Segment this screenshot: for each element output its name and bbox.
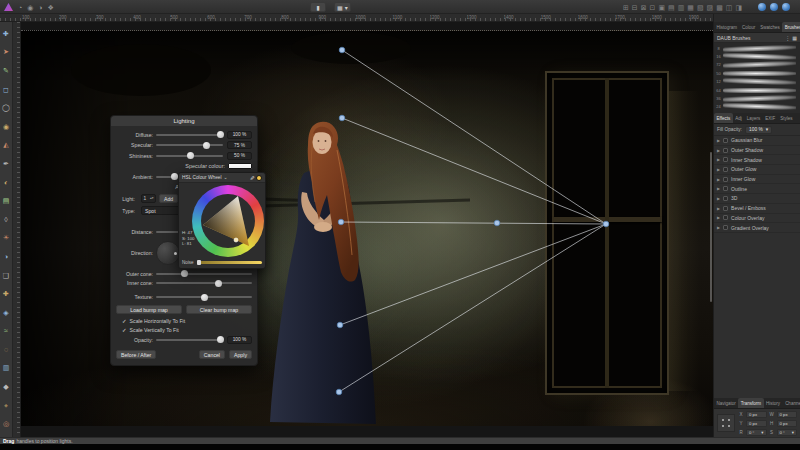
healing-tool[interactable]: ✚ <box>0 284 13 303</box>
blemish-tool[interactable]: ◈ <box>0 303 13 322</box>
cancel-button[interactable]: Cancel <box>199 350 225 359</box>
transform-field-input[interactable]: 0 px <box>746 420 767 427</box>
light-inner-cone-bottom-handle[interactable] <box>337 322 343 328</box>
fill-opacity-dropdown[interactable]: 100 % ▾ <box>745 126 772 134</box>
effect-row[interactable]: ▶ Outline <box>714 184 800 194</box>
scale-horizontally-label[interactable]: Scale Horizontally To Fit <box>130 318 186 324</box>
arrange-icon[interactable]: ▨ <box>707 4 714 11</box>
specular-slider[interactable] <box>156 144 223 146</box>
light-target-handle[interactable] <box>338 219 344 225</box>
app-toolbar-icon-2[interactable]: ◉ <box>27 4 33 11</box>
shininess-slider[interactable] <box>156 155 223 157</box>
effect-row[interactable]: ▶ Gaussian Blur <box>714 136 800 146</box>
tab-effects[interactable]: Effects <box>714 113 733 123</box>
check-icon[interactable]: ✓ <box>122 327 127 333</box>
brush-item[interactable]: 16 <box>714 52 800 60</box>
noise-slider[interactable] <box>197 261 262 264</box>
menu-dots-icon[interactable]: ⋮ <box>785 35 790 41</box>
colour-sphere-icon[interactable] <box>758 3 766 11</box>
apply-button[interactable]: Apply <box>229 350 252 359</box>
light-outer-cone-top-handle[interactable] <box>339 47 345 53</box>
anchor-point-selector[interactable] <box>717 414 735 432</box>
effect-checkbox[interactable] <box>723 186 728 191</box>
brush-grid-icon[interactable]: ▦ <box>792 35 797 41</box>
effect-row[interactable]: ▶ Bevel / Emboss <box>714 204 800 214</box>
smudge-tool[interactable]: ≈ <box>0 322 13 341</box>
shininess-value[interactable]: 50 % <box>227 152 252 160</box>
transform-field-input[interactable]: 0 ° ▾ <box>777 429 798 436</box>
crop-tool[interactable]: ◭ <box>0 136 13 155</box>
effect-row[interactable]: ▶ Gradient Overlay <box>714 223 800 233</box>
disclosure-icon[interactable]: ▶ <box>717 186 720 191</box>
effect-row[interactable]: ▶ Inner Glow <box>714 175 800 185</box>
diffuse-slider[interactable] <box>156 134 223 136</box>
burn-tool[interactable]: ◑ <box>0 247 13 266</box>
transform-field-input[interactable]: 0 px <box>777 420 798 427</box>
transform-field-input[interactable]: 0 px <box>746 411 767 418</box>
transform-field-input[interactable]: 0 ° ▾ <box>746 429 767 436</box>
view-tool[interactable]: ✚ <box>0 24 13 43</box>
colour-sphere-icon[interactable] <box>770 3 778 11</box>
effect-checkbox[interactable] <box>723 157 728 162</box>
transform-field-input[interactable]: 0 px <box>777 411 798 418</box>
arrange-icon[interactable]: ⊡ <box>650 4 656 11</box>
opacity-slider[interactable] <box>156 339 223 341</box>
brush-category-header[interactable]: DAUB Brushes ⋮ ▦ <box>714 33 800 43</box>
disclosure-icon[interactable]: ▶ <box>717 196 720 201</box>
canvas-scrollbar[interactable] <box>710 152 712 302</box>
disclosure-icon[interactable]: ▶ <box>717 177 720 182</box>
zoom-tool[interactable]: ◎ <box>0 414 13 433</box>
scale-vertically-label[interactable]: Scale Vertically To Fit <box>130 327 179 333</box>
direction-dial[interactable] <box>156 241 180 265</box>
brush-item[interactable]: 72 <box>714 61 800 69</box>
diffuse-value[interactable]: 100 % <box>227 131 252 139</box>
light-outer-cone-bottom-handle[interactable] <box>336 389 342 395</box>
disclosure-icon[interactable]: ▶ <box>717 206 720 211</box>
brush-item[interactable]: 8 <box>714 44 800 52</box>
disclosure-icon[interactable]: ▶ <box>717 138 720 143</box>
horizontal-ruler[interactable]: 1002003004005006007008009001000110012001… <box>0 14 800 22</box>
effect-checkbox[interactable] <box>723 196 728 201</box>
light-inner-cone-top-handle[interactable] <box>339 115 345 121</box>
effect-checkbox[interactable] <box>723 177 728 182</box>
colour-sphere-icon[interactable] <box>782 3 790 11</box>
app-toolbar-icon-1[interactable]: ◔ <box>18 4 22 11</box>
clear-bump-map-button[interactable]: Clear bump map <box>186 305 252 314</box>
flood-fill-tool[interactable]: ◆ <box>0 377 13 396</box>
effect-row[interactable]: ▶ Outer Glow <box>714 165 800 175</box>
texture-slider[interactable] <box>156 296 252 298</box>
arrange-icon[interactable]: ⊟ <box>632 4 638 11</box>
brush-item[interactable]: 24 <box>714 103 800 111</box>
move-tool[interactable]: ➤ <box>0 43 13 62</box>
assistant-button[interactable]: ▮ <box>310 2 326 12</box>
disclosure-icon[interactable]: ▶ <box>717 148 720 153</box>
brush-item[interactable]: 12 <box>714 78 800 86</box>
tab-colour[interactable]: Colour <box>740 22 758 32</box>
opacity-value[interactable]: 100 % <box>227 336 252 344</box>
triangle-selector[interactable] <box>234 238 238 242</box>
arrange-icon[interactable]: ▦ <box>687 4 694 11</box>
effect-row[interactable]: ▶ 3D <box>714 194 800 204</box>
arrange-icon[interactable]: ◫ <box>726 4 733 11</box>
brush-item[interactable]: 64 <box>714 86 800 94</box>
share-icon[interactable]: ❖ <box>48 4 54 11</box>
add-light-button[interactable]: Add <box>159 194 178 203</box>
tab-adjustment[interactable]: Adj <box>733 113 745 123</box>
effect-row[interactable]: ▶ Outer Shadow <box>714 146 800 156</box>
light-number-stepper[interactable]: 1▴▾ <box>141 194 156 203</box>
flood-select-tool[interactable]: ◉ <box>0 117 13 136</box>
stepper-carets-icon[interactable]: ▴▾ <box>150 197 154 201</box>
tab-brushes[interactable]: Brushes <box>782 22 800 32</box>
caret-down-icon[interactable]: ⌄ <box>224 175 228 180</box>
snapping-button[interactable]: ▦▾ <box>334 2 351 12</box>
arrange-icon[interactable]: ◨ <box>735 4 742 11</box>
effect-checkbox[interactable] <box>723 225 728 230</box>
arrange-icon[interactable]: ▧ <box>697 4 704 11</box>
arrange-icon[interactable]: ⊠ <box>641 4 647 11</box>
tab-navigator[interactable]: Navigator <box>714 398 738 408</box>
disclosure-icon[interactable]: ▶ <box>717 157 720 162</box>
arrange-icon[interactable]: ⊞ <box>623 4 629 11</box>
effect-checkbox[interactable] <box>723 138 728 143</box>
tab-history[interactable]: History <box>764 398 783 408</box>
arrange-icon[interactable]: ▥ <box>678 4 685 11</box>
